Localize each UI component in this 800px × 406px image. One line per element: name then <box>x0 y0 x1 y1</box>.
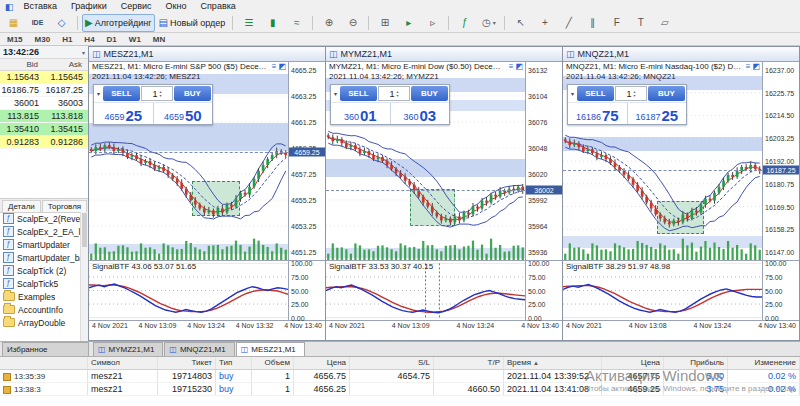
column-header-10[interactable]: Изменение <box>728 357 800 369</box>
sell-button[interactable]: SELL <box>577 86 614 101</box>
column-header-6[interactable]: T/P <box>434 357 504 369</box>
indicator-pane[interactable]: SignalBTF 38.29 51.97 48.98 <box>563 260 762 320</box>
chart-title-bar[interactable]: ◫MNQZ21,M1 <box>563 47 799 62</box>
menu-tools[interactable]: Сервис <box>114 0 159 13</box>
chart-plot[interactable]: MYMZ21, M1: Micro E-mini Dow ($0.50) Dec… <box>326 62 525 260</box>
fibonacci-button[interactable]: F <box>605 14 628 32</box>
market-watch-row[interactable]: 3600136003 <box>0 97 88 110</box>
lot-size-input[interactable]: 1▴▾ <box>615 86 647 101</box>
tab-favorites[interactable]: Избранное <box>2 342 89 357</box>
timeframe-d1[interactable]: D1 <box>102 33 122 46</box>
market-watch-row[interactable]: 1.156431.15645 <box>0 71 88 84</box>
column-header-0[interactable]: Символ <box>88 357 158 369</box>
line-chart-icon-button[interactable]: ≈ <box>285 14 308 32</box>
trendline-button[interactable]: ╱ <box>557 14 580 32</box>
auto-scroll-button[interactable]: ▸ <box>397 14 420 32</box>
timeframe-m15[interactable]: M15 <box>2 33 28 46</box>
market-depth-icon[interactable]: ≡ <box>272 62 277 71</box>
navigator-item[interactable]: ƒScalpTick (2) <box>0 264 81 277</box>
indicators-button[interactable]: ƒ <box>453 14 476 32</box>
scrollbar[interactable] <box>80 212 88 341</box>
new-order-button[interactable]: ▤Новый ордер <box>156 14 229 32</box>
position-row[interactable]: 13:38:3mesz2119715230buy14656.254660.502… <box>0 383 800 396</box>
column-header-2[interactable]: Тип <box>216 357 252 369</box>
navigator-item[interactable]: ArrayDouble <box>0 316 81 329</box>
tile-windows-button[interactable]: ⊞ <box>373 14 396 32</box>
navigator-item[interactable]: ƒScalpEx_2(Revers)_EA_l <box>0 212 81 225</box>
market-watch-row[interactable]: 16186.7516187.25 <box>0 84 88 97</box>
column-header-7[interactable]: Время▲ <box>504 357 602 369</box>
indicator-pane[interactable]: SignalBTF 43.06 53.07 51.65 <box>89 260 288 320</box>
timeframe-w1[interactable]: W1 <box>124 33 146 46</box>
zoom-out-button[interactable]: ⊖ <box>341 14 364 32</box>
candles-icon-button[interactable]: ▮ <box>261 14 284 32</box>
panel-chevron-icon[interactable]: ▾ <box>569 86 576 101</box>
market-depth-icon[interactable]: ≡ <box>746 62 751 71</box>
shapes-button[interactable]: ▱ <box>653 14 676 32</box>
chart-title-bar[interactable]: ◫MYMZ21,M1 <box>326 47 562 62</box>
ide-button[interactable]: IDE <box>26 14 49 32</box>
timeframe-mn[interactable]: MN <box>148 33 170 46</box>
zoom-in-button[interactable]: ⊕ <box>317 14 340 32</box>
bars-icon-button[interactable]: ☰ <box>237 14 260 32</box>
column-header-5[interactable]: S/L <box>350 357 434 369</box>
one-click-panel-icon[interactable]: ◩ <box>752 62 760 71</box>
navigator-item[interactable]: ƒScalpTick5 <box>0 277 81 290</box>
lot-size-input[interactable]: 1▴▾ <box>141 86 173 101</box>
column-header-4[interactable]: Цена <box>294 357 350 369</box>
one-click-panel-icon[interactable]: ◩ <box>515 62 523 71</box>
buy-button[interactable]: BUY <box>174 86 211 101</box>
menu-charts[interactable]: Графики <box>64 0 114 13</box>
chart-shift-button[interactable]: ▹ <box>421 14 444 32</box>
navigator-item[interactable]: AccountInfo <box>0 303 81 316</box>
algo-trading-button[interactable]: ▶Алготрейдинг <box>82 14 155 32</box>
text-button[interactable]: T <box>629 14 652 32</box>
timeframes-button[interactable]: ◷▾ <box>477 14 500 32</box>
column-header-9[interactable]: Прибыль <box>664 357 728 369</box>
chart-tab-mnqz21[interactable]: ◫MNQZ21,M1 <box>164 342 234 357</box>
market-depth-icon[interactable]: ≡ <box>509 62 514 71</box>
scrollbar-thumb[interactable] <box>82 213 87 247</box>
chart-tab-mesz21[interactable]: ◫MESZ21,M1 <box>236 342 305 357</box>
menu-window[interactable]: Окно <box>159 0 194 13</box>
column-header-1[interactable]: Тикет <box>158 357 216 369</box>
navigator-item[interactable]: Examples <box>0 290 81 303</box>
workspace-icon-button[interactable]: ▦ <box>2 14 25 32</box>
column-header-3[interactable]: Объем <box>252 357 294 369</box>
column-header-8[interactable]: Цена <box>602 357 664 369</box>
timeframe-h4[interactable]: H4 <box>79 33 99 46</box>
panel-chevron-icon[interactable]: ▾ <box>332 86 339 101</box>
tab-trading[interactable]: Торговля <box>42 200 87 212</box>
chart-title-bar[interactable]: ◫MESZ21,M1 <box>89 47 325 62</box>
lot-size-input[interactable]: 1▴▾ <box>378 86 410 101</box>
tab-details[interactable]: Детали <box>2 200 41 212</box>
timeframe-h1[interactable]: H1 <box>57 33 77 46</box>
menu-insert[interactable]: Вставка <box>17 0 64 13</box>
lot-spinner[interactable]: ▴▾ <box>160 90 162 98</box>
channel-button[interactable]: ∥ <box>581 14 604 32</box>
indicator-pane[interactable]: SignalBTF 33.53 30.37 40.15 <box>326 260 525 320</box>
community-icon-button[interactable]: ◇ <box>50 14 73 32</box>
lot-spinner[interactable]: ▴▾ <box>634 90 636 98</box>
sell-button[interactable]: SELL <box>340 86 377 101</box>
buy-button[interactable]: BUY <box>648 86 685 101</box>
cursor-button[interactable]: ↖ <box>509 14 532 32</box>
market-watch-row[interactable]: 113.815113.818 <box>0 110 88 123</box>
timeframe-m30[interactable]: M30 <box>30 33 56 46</box>
panel-chevron-icon[interactable]: ▾ <box>95 86 102 101</box>
chart-plot[interactable]: MESZ21, M1: Micro E-mini S&P 500 ($5) De… <box>89 62 288 260</box>
buy-button[interactable]: BUY <box>411 86 448 101</box>
navigator-item[interactable]: ƒScalpEx_2_EA_license <box>0 225 81 238</box>
menu-help[interactable]: Справка <box>194 0 243 13</box>
market-watch-row[interactable]: 1.354101.35415 <box>0 123 88 136</box>
navigator-item[interactable]: ƒSmartUpdater <box>0 238 81 251</box>
crosshair-button[interactable]: + <box>533 14 556 32</box>
sell-button[interactable]: SELL <box>103 86 140 101</box>
chart-plot[interactable]: MNQZ21, M1: Micro E-mini Nasdaq-100 ($2)… <box>563 62 762 260</box>
navigator-item[interactable]: ƒSmartUpdater_bak <box>0 251 81 264</box>
position-row[interactable]: 13:35:39mesz2119714803buy14656.754654.75… <box>0 370 800 383</box>
market-watch-row[interactable]: 0.912830.91286 <box>0 136 88 149</box>
chart-tab-mymz21[interactable]: ◫MYMZ21,M1 <box>93 342 163 357</box>
lot-spinner[interactable]: ▴▾ <box>397 90 399 98</box>
chevron-down-icon[interactable]: ▾ <box>82 49 85 56</box>
